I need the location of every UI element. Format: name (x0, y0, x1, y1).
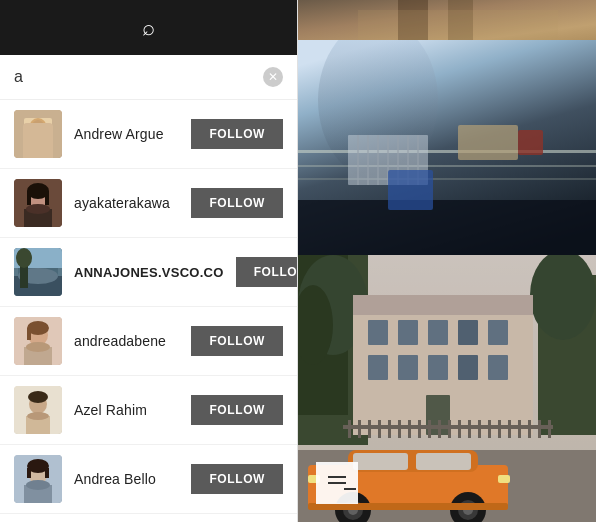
svg-point-32 (28, 391, 48, 403)
search-bar: ✕ (0, 55, 297, 100)
list-item: ayakaterakawa FOLLOW (0, 169, 297, 238)
photo-middle (298, 40, 596, 255)
svg-rect-14 (45, 191, 49, 205)
svg-rect-71 (368, 320, 388, 345)
clear-icon[interactable]: ✕ (263, 67, 283, 87)
svg-rect-97 (488, 420, 491, 438)
svg-rect-3 (26, 144, 50, 158)
svg-rect-91 (428, 420, 431, 438)
svg-rect-86 (378, 420, 381, 438)
svg-rect-75 (488, 320, 508, 345)
menu-icon-line2 (328, 482, 346, 484)
svg-rect-47 (298, 165, 596, 167)
svg-rect-59 (298, 200, 596, 255)
svg-rect-72 (398, 320, 418, 345)
user-name: andreadabene (74, 333, 179, 349)
svg-rect-76 (368, 355, 388, 380)
svg-rect-4 (32, 120, 44, 136)
user-list: Andrew Argue FOLLOW ayakaterakawa FOLLOW (0, 100, 297, 522)
user-name: ANNAJONES.VSCO.CO (74, 265, 224, 280)
menu-icon-line1 (328, 476, 346, 478)
svg-rect-78 (428, 355, 448, 380)
svg-rect-13 (27, 191, 31, 205)
svg-rect-93 (448, 420, 451, 438)
svg-rect-88 (398, 420, 401, 438)
svg-rect-39 (45, 468, 49, 478)
svg-point-31 (27, 412, 49, 420)
svg-rect-50 (518, 130, 543, 155)
svg-rect-46 (298, 150, 596, 153)
svg-rect-98 (498, 420, 501, 438)
svg-point-21 (16, 248, 32, 268)
right-panel (298, 0, 596, 522)
svg-rect-89 (408, 420, 411, 438)
svg-rect-100 (518, 420, 521, 438)
user-name: Andrew Argue (74, 126, 179, 142)
svg-rect-102 (538, 420, 541, 438)
avatar (14, 248, 62, 296)
svg-rect-94 (458, 420, 461, 438)
avatar (14, 317, 62, 365)
app-header: ⌕ (0, 0, 297, 55)
svg-point-11 (26, 204, 50, 214)
svg-rect-117 (308, 503, 508, 510)
user-name: Andrea Bello (74, 471, 179, 487)
user-name: ayakaterakawa (74, 195, 179, 211)
svg-rect-1 (24, 118, 52, 148)
svg-rect-73 (428, 320, 448, 345)
follow-button[interactable]: FOLLOW (191, 326, 283, 356)
svg-rect-96 (478, 420, 481, 438)
list-item: ANNAJONES.VSCO.CO FOLLOW (0, 238, 297, 307)
svg-rect-77 (398, 355, 418, 380)
svg-rect-99 (508, 420, 511, 438)
svg-rect-79 (458, 355, 478, 380)
list-item: Andrea Bello FOLLOW (0, 445, 297, 514)
svg-rect-74 (458, 320, 478, 345)
user-name: Azel Rahim (74, 402, 179, 418)
follow-button[interactable]: FOLLOW (191, 395, 283, 425)
list-item: Andrew Argue FOLLOW (0, 100, 297, 169)
svg-rect-48 (298, 178, 596, 180)
follow-button[interactable]: FOLLOW (191, 119, 283, 149)
avatar (14, 386, 62, 434)
follow-button[interactable]: FOLLOW (236, 257, 297, 287)
svg-point-36 (26, 480, 50, 490)
avatar (14, 455, 62, 503)
photo-top (298, 0, 596, 40)
search-input[interactable] (14, 68, 263, 86)
svg-rect-92 (438, 420, 441, 438)
search-icon: ⌕ (142, 15, 155, 41)
list-item: Azel Rahim FOLLOW (0, 376, 297, 445)
svg-rect-70 (353, 295, 533, 315)
svg-rect-84 (358, 420, 361, 438)
svg-rect-107 (353, 453, 408, 470)
svg-rect-27 (27, 328, 31, 340)
svg-rect-87 (388, 420, 391, 438)
svg-point-25 (26, 342, 50, 352)
menu-icon-line3 (344, 488, 356, 490)
follow-button[interactable]: FOLLOW (191, 464, 283, 494)
list-item: andreadabene FOLLOW (0, 307, 297, 376)
svg-rect-0 (14, 110, 62, 158)
svg-rect-83 (348, 420, 351, 438)
photo-bottom (298, 255, 596, 522)
svg-rect-43 (358, 10, 558, 40)
svg-rect-90 (418, 420, 421, 438)
svg-rect-60 (388, 170, 433, 210)
left-panel: ⌕ ✕ Andrew Argue FOLLOW (0, 0, 298, 522)
svg-rect-108 (416, 453, 471, 470)
follow-button[interactable]: FOLLOW (191, 188, 283, 218)
avatar (14, 110, 62, 158)
svg-rect-115 (498, 475, 510, 483)
avatar (14, 179, 62, 227)
svg-rect-85 (368, 420, 371, 438)
svg-rect-49 (458, 125, 518, 160)
svg-rect-101 (528, 420, 531, 438)
svg-rect-38 (27, 468, 31, 478)
menu-button[interactable] (316, 462, 358, 504)
svg-rect-80 (488, 355, 508, 380)
svg-rect-103 (548, 420, 551, 438)
svg-rect-95 (468, 420, 471, 438)
